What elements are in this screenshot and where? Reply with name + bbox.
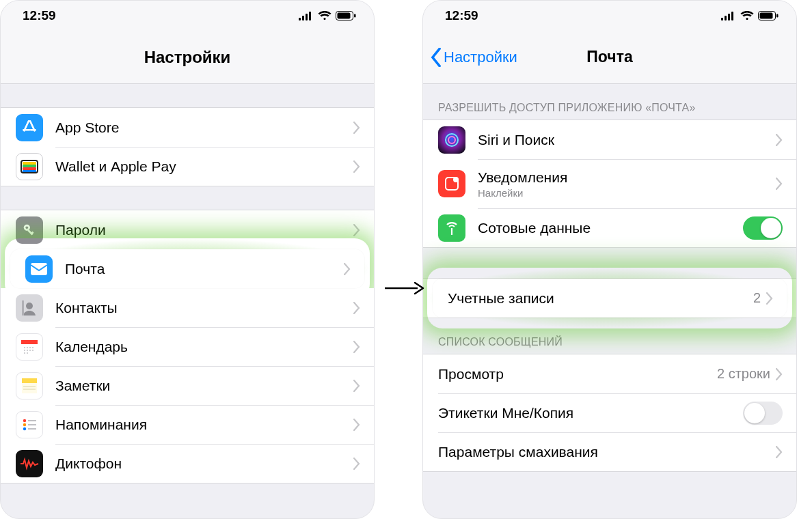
svg-rect-0 <box>299 18 301 20</box>
status-bar: 12:59 <box>423 1 796 31</box>
row-label: Заметки <box>55 378 353 394</box>
svg-rect-31 <box>22 378 37 383</box>
row-label: Сотовые данные <box>478 220 743 236</box>
chevron-right-icon <box>353 341 360 353</box>
siri-icon <box>438 126 465 154</box>
svg-rect-42 <box>725 16 727 20</box>
svg-rect-19 <box>21 340 38 344</box>
status-icons <box>721 11 779 20</box>
row-cellular-data[interactable]: Сотовые данные <box>423 208 796 247</box>
svg-rect-5 <box>338 13 351 19</box>
settings-row-voicememos[interactable]: Диктофон <box>1 444 374 483</box>
section-header-access: РАЗРЕШИТЬ ДОСТУП ПРИЛОЖЕНИЮ «ПОЧТА» <box>423 84 796 120</box>
access-group: Siri и Поиск Уведомления Наклейки <box>423 120 796 248</box>
flow-arrow <box>383 280 425 296</box>
row-notifications[interactable]: Уведомления Наклейки <box>423 159 796 208</box>
svg-point-25 <box>24 350 25 351</box>
row-label: Siri и Поиск <box>478 132 776 148</box>
status-time: 12:59 <box>445 8 478 23</box>
contacts-icon <box>16 294 43 322</box>
settings-row-reminders[interactable]: Напоминания <box>1 405 374 444</box>
svg-point-51 <box>453 177 459 182</box>
settings-row-notes[interactable]: Заметки <box>1 366 374 405</box>
page-title: Настройки <box>144 48 231 67</box>
svg-point-36 <box>23 423 26 425</box>
svg-rect-41 <box>721 18 723 20</box>
back-label: Настройки <box>444 48 517 66</box>
settings-group-store: App Store Wallet и Apple Pay <box>1 107 374 186</box>
battery-icon <box>758 11 779 20</box>
row-label: Напоминания <box>55 417 353 433</box>
svg-point-28 <box>32 350 33 351</box>
chevron-right-icon <box>776 368 783 380</box>
settings-row-wallet[interactable]: Wallet и Apple Pay <box>1 147 374 186</box>
svg-rect-8 <box>23 165 36 167</box>
svg-point-35 <box>23 419 26 421</box>
preview-detail: 2 строки <box>717 366 770 382</box>
svg-point-22 <box>27 347 28 348</box>
row-siri-search[interactable]: Siri и Поиск <box>423 120 796 159</box>
appstore-icon <box>16 114 43 141</box>
reminders-icon <box>16 411 43 438</box>
row-tocc-labels[interactable]: Этикетки Мне/Копия <box>423 393 796 432</box>
svg-point-17 <box>26 303 33 309</box>
row-preview[interactable]: Просмотр 2 строки <box>423 354 796 393</box>
svg-point-13 <box>26 226 29 229</box>
svg-point-27 <box>29 350 31 351</box>
chevron-right-icon <box>353 458 360 470</box>
cellular-toggle[interactable] <box>743 216 783 240</box>
messages-group: Просмотр 2 строки Этикетки Мне/Копия Пар… <box>423 354 796 472</box>
voicememos-icon <box>16 450 43 477</box>
battery-icon <box>336 11 356 20</box>
svg-rect-9 <box>23 167 36 170</box>
svg-point-21 <box>24 347 25 348</box>
svg-rect-47 <box>776 14 779 18</box>
wifi-icon <box>318 11 331 20</box>
wifi-icon <box>740 11 754 20</box>
back-button[interactable]: Настройки <box>430 48 517 67</box>
page-title: Почта <box>586 48 632 66</box>
svg-point-29 <box>24 352 25 354</box>
notes-icon <box>16 372 43 399</box>
chevron-right-icon <box>776 134 783 146</box>
svg-rect-6 <box>354 14 356 18</box>
settings-row-appstore[interactable]: App Store <box>1 108 374 147</box>
row-label: Параметры смахивания <box>438 444 776 460</box>
row-label: Контакты <box>55 300 353 316</box>
svg-point-30 <box>27 352 28 354</box>
settings-row-calendar[interactable]: Календарь <box>1 327 374 366</box>
row-label: Просмотр <box>438 366 717 382</box>
row-label: Учетные записи <box>448 290 753 307</box>
svg-rect-43 <box>728 14 730 20</box>
status-icons <box>299 11 356 20</box>
status-bar: 12:59 <box>1 1 374 31</box>
chevron-right-icon <box>776 446 783 458</box>
svg-rect-16 <box>31 263 47 275</box>
tocc-toggle[interactable] <box>743 402 783 425</box>
chevron-right-icon <box>353 419 360 431</box>
chevron-right-icon <box>344 263 351 275</box>
navbar-settings: Настройки <box>1 31 374 84</box>
settings-row-mail[interactable]: Почта <box>10 249 364 288</box>
row-label: Wallet и Apple Pay <box>55 158 353 175</box>
row-swipe-options[interactable]: Параметры смахивания <box>423 432 796 471</box>
svg-rect-32 <box>22 383 37 393</box>
highlight-accounts: Учетные записи 2 <box>423 279 796 318</box>
chevron-right-icon <box>353 302 360 314</box>
chevron-right-icon <box>353 122 360 134</box>
cellular-data-icon <box>438 214 465 242</box>
notification-icon <box>438 170 465 197</box>
row-label: App Store <box>55 120 353 136</box>
chevron-right-icon <box>776 178 783 190</box>
settings-row-contacts[interactable]: Контакты <box>1 288 374 327</box>
highlight-mail: Почта <box>1 249 374 288</box>
mail-settings-screen: 12:59 Настройки Почта РАЗРЕШИТЬ ДОСТУП П… <box>422 0 797 519</box>
row-accounts[interactable]: Учетные записи 2 <box>433 279 787 318</box>
accounts-count: 2 <box>753 290 761 306</box>
svg-rect-2 <box>306 14 308 20</box>
svg-rect-46 <box>760 13 773 19</box>
accounts-group: Учетные записи 2 <box>423 278 796 318</box>
svg-rect-44 <box>731 12 733 20</box>
chevron-right-icon <box>766 292 773 305</box>
settings-group-apps: Пароли Почта Конта <box>1 210 374 483</box>
